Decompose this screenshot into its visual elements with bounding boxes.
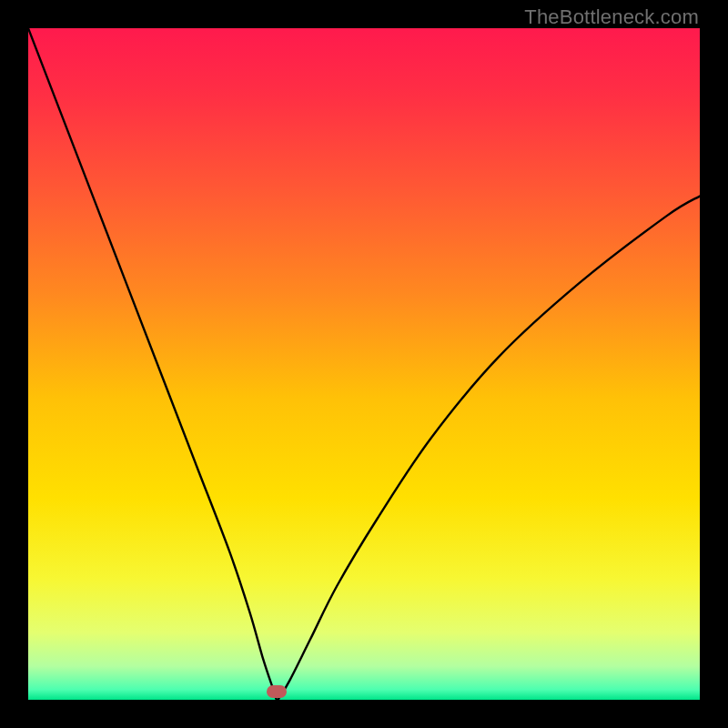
watermark-text: TheBottleneck.com: [524, 5, 699, 29]
optimum-marker: [267, 685, 287, 698]
chart-frame: TheBottleneck.com: [0, 0, 728, 728]
bottleneck-curve: [28, 28, 700, 700]
plot-area: [28, 28, 700, 700]
